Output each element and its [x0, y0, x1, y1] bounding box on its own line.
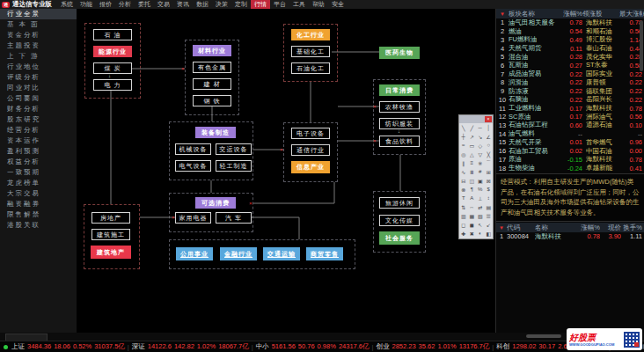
draw-tool-icon[interactable]: ⊥: [476, 194, 485, 202]
sidebar-item-6[interactable]: 评级分析: [0, 72, 77, 83]
index-quote-中小[interactable]: 中小5161.5650.760.98%24317.6亿: [256, 342, 370, 351]
col-header[interactable]: 换手%: [621, 224, 642, 232]
sector-row[interactable]: 6瓦斯油0.27ST永泰0.58: [496, 62, 644, 70]
sector-row[interactable]: 14油气燃料----: [496, 129, 644, 138]
draw-tool-icon[interactable]: T: [459, 194, 468, 202]
node-pharma-bio[interactable]: 医药生物: [379, 47, 420, 59]
menu-item-11[interactable]: 平台: [270, 0, 289, 9]
node-food-beverage[interactable]: 食品饮料: [379, 136, 420, 147]
node-oil[interactable]: 石 油: [93, 29, 132, 40]
sector-row[interactable]: 3FU燃料油0.49博汇股份1.14: [496, 35, 644, 44]
menu-item-6[interactable]: 资讯: [173, 0, 193, 9]
close-icon[interactable]: ×: [485, 116, 492, 122]
menu-item-4[interactable]: 委托: [135, 0, 154, 9]
draw-tool-icon[interactable]: ⇅: [459, 202, 468, 211]
draw-tool-icon[interactable]: ▧: [476, 211, 485, 220]
sector-row[interactable]: 8润滑油0.22康普顿0.22: [496, 78, 644, 87]
draw-tool-icon[interactable]: ∿: [459, 167, 468, 176]
col-header[interactable]: 最大涨幅: [619, 10, 642, 18]
sector-table-header[interactable]: ▼板块名称涨幅%领涨股最大涨幅成分: [496, 9, 644, 18]
node-real-estate[interactable]: 房地产: [91, 212, 130, 224]
sidebar-item-16[interactable]: 龙虎榜单: [0, 178, 77, 188]
draw-tool-icon[interactable]: ↔: [468, 202, 477, 211]
sidebar-item-14[interactable]: 权益分析: [0, 157, 77, 167]
draw-tool-icon[interactable]: ◼: [468, 220, 477, 229]
draw-tool-icon[interactable]: ↗: [468, 132, 477, 141]
node-optional-consumption[interactable]: 可选消费: [195, 197, 236, 209]
sidebar-item-5[interactable]: 行业地位: [0, 62, 77, 72]
index-quote-深证[interactable]: 深证14122.6142.821.02%18067.7亿: [132, 342, 249, 351]
draw-tool-icon[interactable]: ◧: [485, 229, 494, 238]
sidebar-item-7[interactable]: 同业对比: [0, 83, 77, 93]
draw-tool-icon[interactable]: ↕: [485, 194, 494, 202]
node-home-appliances[interactable]: 家用电器: [175, 212, 211, 224]
sidebar-item-12[interactable]: 资本运作: [0, 136, 77, 146]
draw-tool-icon[interactable]: ∠: [485, 132, 494, 141]
node-nonferrous-metals[interactable]: 有色金属: [193, 62, 231, 73]
draw-tool-icon[interactable]: ▥: [459, 211, 468, 220]
node-social-service[interactable]: 社会服务: [379, 231, 420, 245]
col-header[interactable]: 领涨股: [582, 10, 619, 18]
sidebar-item-1[interactable]: 基 本 面: [0, 19, 77, 30]
draw-tool-icon[interactable]: ◇: [476, 141, 485, 150]
sidebar-item-18[interactable]: 融资融券: [0, 199, 77, 209]
node-transportation[interactable]: 交通运输: [263, 247, 300, 260]
draw-tool-icon[interactable]: ─: [476, 123, 485, 132]
node-daily-consumption[interactable]: 日常消费: [379, 84, 420, 96]
menu-item-2[interactable]: 报价: [96, 0, 115, 9]
index-quote-创业[interactable]: 创业2852.2335.621.01%13176.7亿: [376, 342, 489, 351]
sidebar-item-8[interactable]: 公司要闻: [0, 93, 77, 104]
draw-tool-icon[interactable]: ○: [485, 141, 494, 150]
draw-tool-icon[interactable]: ⇄: [476, 202, 485, 211]
sort-icon[interactable]: ▼: [496, 225, 507, 231]
draw-tool-icon[interactable]: ↙: [485, 220, 494, 229]
node-construction-realestate[interactable]: 建筑地产: [91, 246, 131, 259]
draw-tool-icon[interactable]: ✚: [459, 229, 468, 238]
stock-row[interactable]: 1300084海默科技0.783.901.11: [496, 232, 644, 241]
sector-row[interactable]: 16石油加工贸易0.02中国石油0.00: [496, 147, 644, 156]
sector-row[interactable]: 7成品油贸易0.22国际实业0.22: [496, 70, 644, 78]
node-basic-chemicals[interactable]: 基础化工: [291, 46, 330, 57]
draw-tool-icon[interactable]: A: [468, 194, 477, 202]
sector-row[interactable]: 9防冻液0.22德联集团0.22: [496, 87, 644, 96]
sidebar-item-9[interactable]: 财务分析: [0, 104, 77, 114]
node-telecom[interactable]: 通信行业: [291, 144, 330, 156]
node-finance[interactable]: 金融行业: [220, 247, 257, 260]
draw-tool-icon[interactable]: ╲: [459, 123, 468, 132]
node-building-materials[interactable]: 建 材: [193, 78, 231, 90]
draw-tool-icon[interactable]: │: [485, 123, 494, 132]
node-equipment-mfg[interactable]: 装备制造: [195, 127, 236, 138]
sector-row[interactable]: 17原油-0.15海默科技0.78: [496, 156, 644, 165]
node-information-industry[interactable]: 信息产业: [291, 161, 330, 173]
sector-row[interactable]: 18生物柴油-0.24卓越新能0.41: [496, 164, 644, 172]
node-transport-equipment[interactable]: 交运设备: [216, 143, 252, 155]
menu-item-10[interactable]: 行情: [251, 0, 270, 9]
horizontal-scrollbar[interactable]: [526, 334, 561, 338]
draw-tool-icon[interactable]: ≈: [459, 141, 468, 150]
panel-scrollbar[interactable]: [640, 20, 643, 71]
draw-tool-icon[interactable]: ⊗: [459, 185, 468, 194]
draw-tool-icon[interactable]: %: [476, 185, 485, 194]
sector-row[interactable]: 5混合油0.28茂化实华0.28: [496, 53, 644, 62]
node-petrochemical[interactable]: 石油化工: [291, 62, 330, 74]
node-machinery[interactable]: 机械设备: [175, 143, 211, 155]
sector-row[interactable]: 12SC原油0.17洲际油气0.56: [496, 113, 644, 121]
menu-item-7[interactable]: 数据: [193, 0, 212, 9]
draw-tool-icon[interactable]: ▽: [476, 150, 485, 158]
col-header[interactable]: 涨幅%: [560, 10, 582, 18]
node-coal[interactable]: 煤 炭: [93, 62, 132, 74]
menu-item-5[interactable]: 交易: [154, 0, 173, 9]
node-public-utilities[interactable]: 公用事业: [176, 247, 213, 260]
menu-item-8[interactable]: 决策: [212, 0, 231, 9]
draw-tool-icon[interactable]: ▣: [476, 176, 485, 185]
node-textile-apparel[interactable]: 纺织服装: [379, 118, 420, 129]
menu-item-9[interactable]: 定制: [231, 0, 251, 9]
draw-tool-icon[interactable]: ◎: [459, 150, 468, 158]
sidebar-item-4[interactable]: 上 下 游: [0, 51, 77, 62]
sector-row[interactable]: 10石脑油0.22岳阳兴长0.22: [496, 95, 644, 104]
draw-tool-icon[interactable]: ⊟: [459, 176, 468, 185]
draw-tool-icon[interactable]: ╱: [468, 123, 477, 132]
draw-tool-icon[interactable]: ◫: [468, 176, 477, 185]
draw-tool-icon[interactable]: ▦: [468, 211, 477, 220]
col-header[interactable]: 名称: [535, 224, 575, 232]
